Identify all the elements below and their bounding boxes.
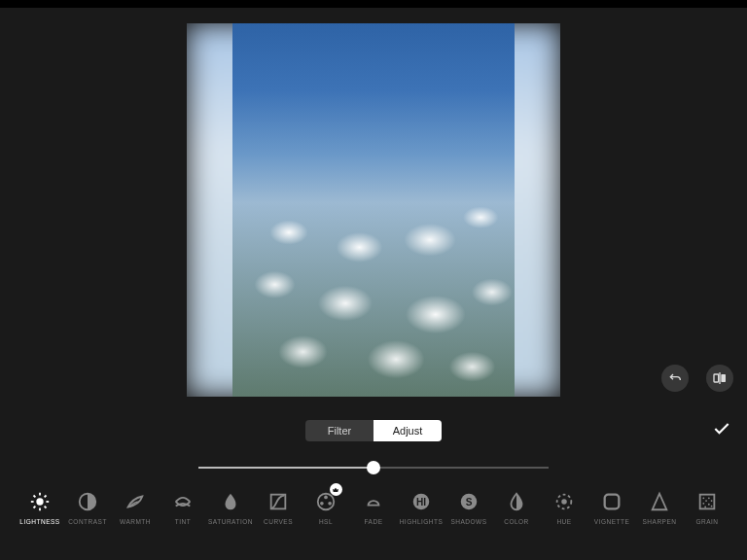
tool-vignette[interactable]: VIGNETTE [588, 491, 636, 525]
lightness-icon [29, 491, 51, 512]
warmth-icon [124, 491, 146, 512]
canvas-controls [661, 365, 733, 392]
tool-shadows[interactable]: SHADOWS [445, 491, 493, 525]
tint-icon [172, 491, 194, 512]
tool-label: SATURATION [208, 518, 253, 525]
tool-grain[interactable]: GRAIN [684, 491, 731, 525]
tool-label: COLOR [504, 518, 529, 525]
slider-thumb[interactable] [367, 461, 380, 474]
tool-label: SHARPEN [643, 518, 677, 525]
tool-lightness[interactable]: LIGHTNESS [17, 491, 64, 525]
mode-segmented-control: Filter Adjust [305, 420, 442, 441]
slider-track-active [198, 467, 374, 469]
tool-label: HSL [319, 518, 333, 525]
tool-hsl[interactable]: HSL [302, 491, 350, 525]
crown-icon [332, 486, 339, 494]
mode-filter-button[interactable]: Filter [305, 420, 374, 441]
saturation-icon [220, 491, 241, 512]
svg-rect-0 [714, 374, 719, 382]
grain-icon [696, 491, 718, 512]
compare-button[interactable] [706, 365, 733, 392]
photo-editor-app: Filter Adjust LIGHTNESSCONTRASTWARMTHTIN… [0, 0, 747, 560]
vignette-icon [601, 491, 622, 512]
tool-warmth[interactable]: WARMTH [112, 491, 160, 525]
tool-contrast[interactable]: CONTRAST [64, 491, 112, 525]
photo-image [232, 23, 515, 397]
tools-row: LIGHTNESSCONTRASTWARMTHTINTSATURATIONCUR… [0, 485, 747, 560]
tool-highlights[interactable]: HIGHLIGHTS [398, 491, 445, 525]
highlights-icon [410, 491, 432, 512]
tool-label: HUE [556, 518, 571, 525]
mode-adjust-button[interactable]: Adjust [374, 420, 442, 441]
curves-icon [267, 491, 289, 512]
hue-icon [553, 491, 575, 512]
svg-rect-1 [721, 374, 726, 382]
tool-sharpen[interactable]: SHARPEN [636, 491, 684, 525]
tool-label: VIGNETTE [594, 518, 630, 525]
tool-curves[interactable]: CURVES [255, 491, 302, 525]
canvas-area [0, 8, 747, 411]
tool-label: TINT [175, 518, 191, 525]
undo-icon [667, 370, 683, 386]
fade-icon [363, 491, 384, 512]
slider-row [0, 450, 747, 485]
premium-badge [330, 483, 342, 496]
confirm-button[interactable] [712, 419, 731, 442]
color-icon [506, 491, 527, 512]
tool-color[interactable]: COLOR [493, 491, 541, 525]
tool-label: WARMTH [120, 518, 151, 525]
tool-saturation[interactable]: SATURATION [207, 491, 255, 525]
tool-tint[interactable]: TINT [160, 491, 207, 525]
sharpen-icon [649, 491, 670, 512]
top-bar [0, 0, 747, 8]
compare-icon [712, 370, 728, 386]
tool-label: CONTRAST [68, 518, 107, 525]
tool-label: SHADOWS [450, 518, 486, 525]
adjustment-slider[interactable] [198, 461, 549, 474]
contrast-icon [77, 491, 98, 512]
tool-hue[interactable]: HUE [541, 491, 588, 525]
undo-button[interactable] [661, 365, 689, 392]
checkmark-icon [712, 419, 731, 438]
photo-preview[interactable] [187, 23, 560, 397]
shadows-icon [458, 491, 480, 512]
tool-label: FADE [365, 518, 383, 525]
tool-fade[interactable]: FADE [350, 491, 398, 525]
tool-label: CURVES [264, 518, 293, 525]
tool-label: HIGHLIGHTS [400, 518, 444, 525]
mode-row: Filter Adjust [0, 411, 747, 450]
tool-label: GRAIN [695, 518, 718, 525]
tool-label: LIGHTNESS [19, 518, 59, 525]
